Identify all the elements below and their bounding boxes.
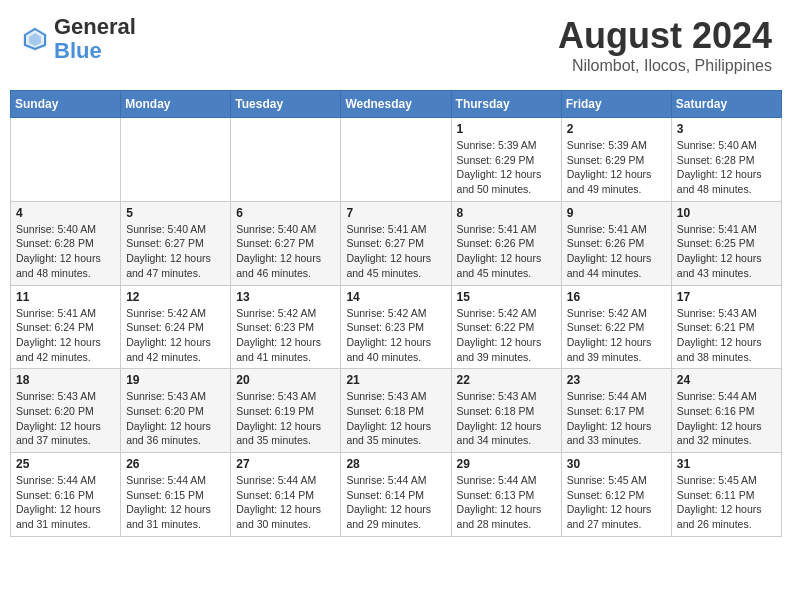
calendar-day-cell: 7Sunrise: 5:41 AM Sunset: 6:27 PM Daylig…	[341, 201, 451, 285]
day-info: Sunrise: 5:42 AM Sunset: 6:23 PM Dayligh…	[346, 306, 445, 365]
day-of-week-header: Sunday	[11, 91, 121, 118]
day-number: 10	[677, 206, 776, 220]
day-info: Sunrise: 5:43 AM Sunset: 6:20 PM Dayligh…	[126, 389, 225, 448]
calendar-week-row: 4Sunrise: 5:40 AM Sunset: 6:28 PM Daylig…	[11, 201, 782, 285]
calendar-day-cell: 8Sunrise: 5:41 AM Sunset: 6:26 PM Daylig…	[451, 201, 561, 285]
day-number: 24	[677, 373, 776, 387]
day-number: 30	[567, 457, 666, 471]
day-number: 13	[236, 290, 335, 304]
calendar-day-cell	[231, 118, 341, 202]
day-number: 31	[677, 457, 776, 471]
day-info: Sunrise: 5:44 AM Sunset: 6:15 PM Dayligh…	[126, 473, 225, 532]
day-number: 20	[236, 373, 335, 387]
calendar-day-cell	[121, 118, 231, 202]
day-number: 22	[457, 373, 556, 387]
day-number: 6	[236, 206, 335, 220]
calendar-day-cell: 13Sunrise: 5:42 AM Sunset: 6:23 PM Dayli…	[231, 285, 341, 369]
day-info: Sunrise: 5:40 AM Sunset: 6:28 PM Dayligh…	[677, 138, 776, 197]
calendar-day-cell: 20Sunrise: 5:43 AM Sunset: 6:19 PM Dayli…	[231, 369, 341, 453]
calendar-day-cell: 18Sunrise: 5:43 AM Sunset: 6:20 PM Dayli…	[11, 369, 121, 453]
day-of-week-header: Wednesday	[341, 91, 451, 118]
day-info: Sunrise: 5:40 AM Sunset: 6:27 PM Dayligh…	[126, 222, 225, 281]
day-number: 25	[16, 457, 115, 471]
calendar-table: SundayMondayTuesdayWednesdayThursdayFrid…	[10, 90, 782, 537]
day-info: Sunrise: 5:43 AM Sunset: 6:19 PM Dayligh…	[236, 389, 335, 448]
logo-text: General Blue	[54, 15, 136, 63]
day-info: Sunrise: 5:40 AM Sunset: 6:27 PM Dayligh…	[236, 222, 335, 281]
day-number: 26	[126, 457, 225, 471]
calendar-day-cell: 25Sunrise: 5:44 AM Sunset: 6:16 PM Dayli…	[11, 453, 121, 537]
day-of-week-header: Saturday	[671, 91, 781, 118]
day-number: 27	[236, 457, 335, 471]
day-of-week-header: Monday	[121, 91, 231, 118]
calendar-day-cell: 17Sunrise: 5:43 AM Sunset: 6:21 PM Dayli…	[671, 285, 781, 369]
day-info: Sunrise: 5:41 AM Sunset: 6:26 PM Dayligh…	[457, 222, 556, 281]
day-number: 29	[457, 457, 556, 471]
day-info: Sunrise: 5:42 AM Sunset: 6:22 PM Dayligh…	[457, 306, 556, 365]
calendar-week-row: 1Sunrise: 5:39 AM Sunset: 6:29 PM Daylig…	[11, 118, 782, 202]
calendar-header: SundayMondayTuesdayWednesdayThursdayFrid…	[11, 91, 782, 118]
day-info: Sunrise: 5:44 AM Sunset: 6:14 PM Dayligh…	[236, 473, 335, 532]
day-info: Sunrise: 5:40 AM Sunset: 6:28 PM Dayligh…	[16, 222, 115, 281]
day-number: 1	[457, 122, 556, 136]
day-info: Sunrise: 5:43 AM Sunset: 6:20 PM Dayligh…	[16, 389, 115, 448]
day-info: Sunrise: 5:41 AM Sunset: 6:25 PM Dayligh…	[677, 222, 776, 281]
day-number: 8	[457, 206, 556, 220]
day-info: Sunrise: 5:44 AM Sunset: 6:16 PM Dayligh…	[16, 473, 115, 532]
day-info: Sunrise: 5:41 AM Sunset: 6:27 PM Dayligh…	[346, 222, 445, 281]
day-info: Sunrise: 5:45 AM Sunset: 6:12 PM Dayligh…	[567, 473, 666, 532]
day-number: 7	[346, 206, 445, 220]
day-info: Sunrise: 5:42 AM Sunset: 6:22 PM Dayligh…	[567, 306, 666, 365]
calendar-week-row: 18Sunrise: 5:43 AM Sunset: 6:20 PM Dayli…	[11, 369, 782, 453]
calendar-day-cell: 29Sunrise: 5:44 AM Sunset: 6:13 PM Dayli…	[451, 453, 561, 537]
day-number: 21	[346, 373, 445, 387]
calendar-day-cell: 12Sunrise: 5:42 AM Sunset: 6:24 PM Dayli…	[121, 285, 231, 369]
day-info: Sunrise: 5:44 AM Sunset: 6:17 PM Dayligh…	[567, 389, 666, 448]
logo: General Blue	[20, 15, 136, 63]
calendar-day-cell: 30Sunrise: 5:45 AM Sunset: 6:12 PM Dayli…	[561, 453, 671, 537]
day-number: 3	[677, 122, 776, 136]
title-block: August 2024 Nilombot, Ilocos, Philippine…	[558, 15, 772, 75]
day-number: 12	[126, 290, 225, 304]
day-number: 17	[677, 290, 776, 304]
calendar-day-cell: 10Sunrise: 5:41 AM Sunset: 6:25 PM Dayli…	[671, 201, 781, 285]
day-info: Sunrise: 5:44 AM Sunset: 6:14 PM Dayligh…	[346, 473, 445, 532]
calendar-day-cell: 22Sunrise: 5:43 AM Sunset: 6:18 PM Dayli…	[451, 369, 561, 453]
calendar-day-cell: 5Sunrise: 5:40 AM Sunset: 6:27 PM Daylig…	[121, 201, 231, 285]
day-of-week-header: Friday	[561, 91, 671, 118]
day-number: 15	[457, 290, 556, 304]
calendar-day-cell: 21Sunrise: 5:43 AM Sunset: 6:18 PM Dayli…	[341, 369, 451, 453]
page-header: General Blue August 2024 Nilombot, Iloco…	[10, 10, 782, 80]
calendar-body: 1Sunrise: 5:39 AM Sunset: 6:29 PM Daylig…	[11, 118, 782, 537]
day-number: 11	[16, 290, 115, 304]
day-info: Sunrise: 5:45 AM Sunset: 6:11 PM Dayligh…	[677, 473, 776, 532]
calendar-day-cell: 9Sunrise: 5:41 AM Sunset: 6:26 PM Daylig…	[561, 201, 671, 285]
calendar-day-cell: 28Sunrise: 5:44 AM Sunset: 6:14 PM Dayli…	[341, 453, 451, 537]
day-number: 14	[346, 290, 445, 304]
calendar-day-cell	[11, 118, 121, 202]
calendar-day-cell	[341, 118, 451, 202]
days-of-week-row: SundayMondayTuesdayWednesdayThursdayFrid…	[11, 91, 782, 118]
day-number: 18	[16, 373, 115, 387]
calendar-day-cell: 1Sunrise: 5:39 AM Sunset: 6:29 PM Daylig…	[451, 118, 561, 202]
calendar-week-row: 11Sunrise: 5:41 AM Sunset: 6:24 PM Dayli…	[11, 285, 782, 369]
day-info: Sunrise: 5:44 AM Sunset: 6:13 PM Dayligh…	[457, 473, 556, 532]
day-info: Sunrise: 5:42 AM Sunset: 6:24 PM Dayligh…	[126, 306, 225, 365]
day-info: Sunrise: 5:44 AM Sunset: 6:16 PM Dayligh…	[677, 389, 776, 448]
day-info: Sunrise: 5:42 AM Sunset: 6:23 PM Dayligh…	[236, 306, 335, 365]
day-number: 23	[567, 373, 666, 387]
day-of-week-header: Thursday	[451, 91, 561, 118]
calendar-title: August 2024	[558, 15, 772, 57]
calendar-day-cell: 23Sunrise: 5:44 AM Sunset: 6:17 PM Dayli…	[561, 369, 671, 453]
day-number: 4	[16, 206, 115, 220]
calendar-week-row: 25Sunrise: 5:44 AM Sunset: 6:16 PM Dayli…	[11, 453, 782, 537]
calendar-day-cell: 14Sunrise: 5:42 AM Sunset: 6:23 PM Dayli…	[341, 285, 451, 369]
calendar-day-cell: 19Sunrise: 5:43 AM Sunset: 6:20 PM Dayli…	[121, 369, 231, 453]
day-of-week-header: Tuesday	[231, 91, 341, 118]
day-number: 9	[567, 206, 666, 220]
calendar-day-cell: 6Sunrise: 5:40 AM Sunset: 6:27 PM Daylig…	[231, 201, 341, 285]
calendar-day-cell: 27Sunrise: 5:44 AM Sunset: 6:14 PM Dayli…	[231, 453, 341, 537]
calendar-subtitle: Nilombot, Ilocos, Philippines	[558, 57, 772, 75]
calendar-day-cell: 3Sunrise: 5:40 AM Sunset: 6:28 PM Daylig…	[671, 118, 781, 202]
calendar-day-cell: 15Sunrise: 5:42 AM Sunset: 6:22 PM Dayli…	[451, 285, 561, 369]
